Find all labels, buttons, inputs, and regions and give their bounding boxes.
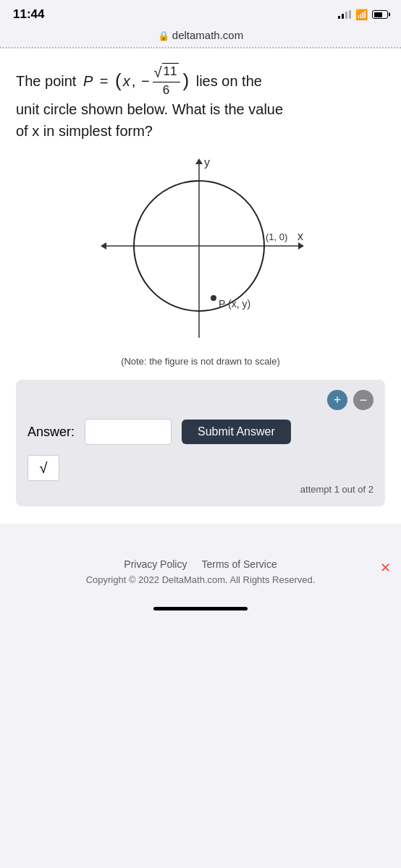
x-axis-arrow: [298, 242, 304, 250]
sqrt-symbol: √: [154, 65, 162, 80]
sqrt-button-symbol: √: [40, 460, 48, 477]
wifi-icon: 📶: [355, 9, 368, 20]
fraction: √11 6: [153, 63, 180, 98]
problem-line3: of x in simplest form?: [16, 120, 385, 142]
footer-wrapper: Privacy Policy Terms of Service Copyrigh…: [0, 550, 401, 600]
answer-row: Answer: Submit Answer: [28, 419, 373, 445]
fraction-denominator: 6: [161, 82, 171, 98]
home-indicator: [0, 600, 401, 615]
unit-circle-svg: y x (1, 0) P (x, y): [92, 153, 309, 349]
footer: Privacy Policy Terms of Service Copyrigh…: [0, 550, 401, 600]
footer-links[interactable]: Privacy Policy Terms of Service: [0, 558, 401, 570]
status-bar: 11:44 📶: [0, 0, 401, 26]
sqrt-content: 11: [162, 63, 179, 80]
paren-content: x, − √11 6: [123, 63, 182, 98]
submit-button[interactable]: Submit Answer: [182, 420, 291, 444]
graph-area: y x (1, 0) P (x, y): [16, 153, 385, 349]
sqrt-button[interactable]: √: [28, 455, 59, 481]
footer-copyright: Copyright © 2022 DeltaMath.com. All Righ…: [0, 574, 401, 585]
p-variable: P: [83, 70, 93, 92]
paren-open: (: [115, 67, 122, 95]
close-button[interactable]: ✕: [380, 560, 391, 576]
svg-text:y: y: [204, 156, 210, 169]
problem-prefix: The point: [16, 70, 76, 92]
main-card: The point P = ( x, − √11 6 ) lies on t: [0, 48, 401, 524]
graph-container: y x (1, 0) P (x, y): [92, 153, 309, 349]
battery-icon: [372, 10, 388, 19]
problem-line2: unit circle shown below. What is the val…: [16, 98, 385, 120]
paren-close: ): [183, 67, 190, 95]
svg-text:(1, 0): (1, 0): [266, 231, 287, 242]
signal-icon: [338, 10, 351, 19]
sqrt-wrap: √11: [154, 63, 179, 80]
add-field-button[interactable]: +: [327, 390, 347, 410]
answer-section: + − Answer: Submit Answer √ attempt 1 ou…: [16, 380, 385, 506]
footer-gap: [0, 524, 401, 550]
fraction-numerator: √11: [153, 63, 180, 82]
answer-top-icons[interactable]: + −: [28, 390, 373, 410]
svg-text:P (x, y): P (x, y): [219, 298, 250, 310]
status-time: 11:44: [13, 7, 44, 22]
problem-suffix: lies on the: [196, 70, 262, 92]
svg-text:x: x: [297, 230, 303, 242]
sqrt-button-row: √: [28, 455, 373, 481]
domain-label: deltamath.com: [172, 29, 243, 41]
x-variable: x: [123, 70, 130, 92]
note-text: (Note: the figure is not drawn to scale): [16, 356, 385, 367]
address-bar: 🔒deltamath.com: [0, 26, 401, 47]
x-axis-left-arrow: [101, 242, 106, 250]
answer-label: Answer:: [28, 425, 75, 440]
terms-of-service-link[interactable]: Terms of Service: [201, 558, 277, 570]
lock-icon: 🔒: [158, 30, 169, 41]
remove-field-button[interactable]: −: [353, 390, 373, 410]
problem-text: The point P = ( x, − √11 6 ) lies on t: [16, 63, 385, 142]
equals-sign: =: [100, 70, 109, 92]
minus-sign: −: [141, 70, 150, 92]
point-p-dot: [211, 295, 216, 301]
privacy-policy-link[interactable]: Privacy Policy: [124, 558, 187, 570]
answer-input[interactable]: [85, 419, 172, 445]
home-bar: [153, 607, 248, 610]
status-icons: 📶: [338, 9, 388, 20]
y-axis-arrow: [195, 158, 203, 164]
attempt-text: attempt 1 out of 2: [28, 484, 373, 495]
